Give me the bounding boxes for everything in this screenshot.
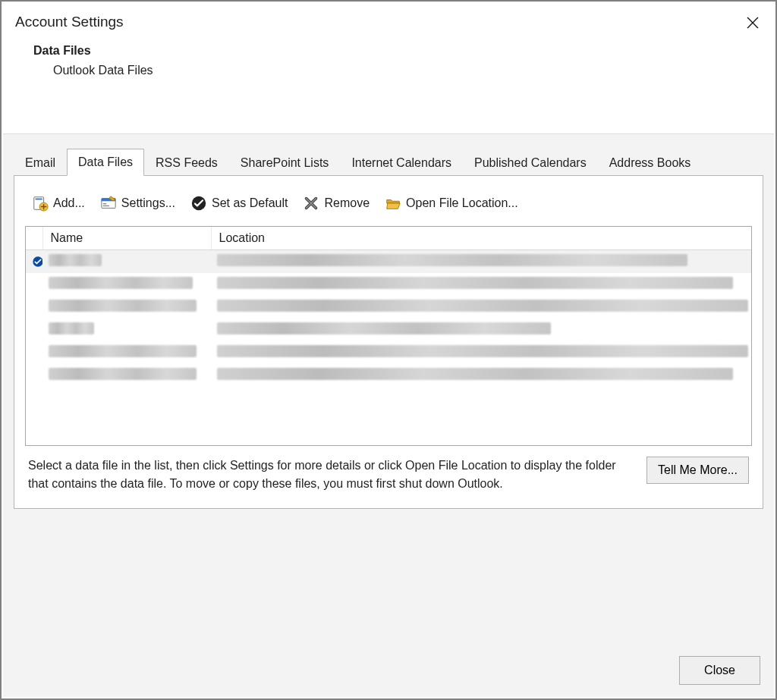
close-button[interactable]: Close (679, 656, 760, 685)
open-file-location-label: Open File Location... (406, 196, 518, 210)
svg-rect-5 (102, 203, 106, 204)
column-header-location[interactable]: Location (211, 227, 751, 250)
cell-location (211, 250, 751, 273)
settings-button[interactable]: Settings... (96, 193, 179, 214)
settings-label: Settings... (121, 196, 175, 210)
default-indicator-icon (26, 250, 42, 273)
dialog-title: Account Settings (15, 14, 762, 30)
open-file-location-button[interactable]: Open File Location... (381, 193, 522, 214)
tab-published-calendars[interactable]: Published Calendars (463, 149, 598, 176)
set-default-button[interactable]: Set as Default (187, 193, 292, 214)
tab-data-files[interactable]: Data Files (67, 149, 144, 176)
table-row[interactable] (26, 273, 751, 296)
section-title: Data Files (33, 44, 745, 58)
table-row[interactable] (26, 364, 751, 387)
add-button[interactable]: Add... (28, 193, 89, 214)
check-circle-icon (190, 195, 207, 212)
cell-location (211, 341, 751, 364)
tab-sharepoint-lists[interactable]: SharePoint Lists (229, 149, 341, 176)
tab-rss-feeds[interactable]: RSS Feeds (144, 149, 229, 176)
tab-address-books[interactable]: Address Books (598, 149, 703, 176)
cell-location (211, 296, 751, 319)
cell-name (42, 319, 211, 341)
remove-icon (303, 195, 319, 212)
section-subtitle: Outlook Data Files (53, 64, 745, 77)
column-header-name[interactable]: Name (42, 227, 211, 250)
cell-location (211, 364, 751, 387)
settings-icon (100, 195, 117, 212)
table-row[interactable] (26, 341, 751, 364)
cell-name (42, 250, 211, 273)
tab-email[interactable]: Email (14, 149, 67, 176)
data-files-table[interactable]: Name Location (25, 226, 752, 446)
add-file-icon (32, 195, 49, 212)
table-row[interactable] (26, 296, 751, 319)
toolbar: Add... Settings... Set as Default Remove (25, 190, 752, 226)
remove-label: Remove (324, 196, 370, 210)
table-row[interactable] (26, 250, 751, 273)
svg-rect-6 (102, 206, 109, 206)
tab-internet-calendars[interactable]: Internet Calendars (340, 149, 463, 176)
svg-point-8 (33, 256, 42, 266)
cell-name (42, 296, 211, 319)
add-label: Add... (53, 196, 85, 210)
cell-location (211, 273, 751, 296)
remove-button[interactable]: Remove (299, 193, 373, 214)
cell-name (42, 273, 211, 296)
tell-me-more-button[interactable]: Tell Me More... (646, 457, 749, 484)
set-default-label: Set as Default (212, 196, 288, 210)
svg-rect-1 (36, 199, 42, 200)
folder-open-icon (385, 195, 401, 212)
help-text: Select a data file in the list, then cli… (28, 457, 633, 493)
table-row[interactable] (26, 319, 751, 341)
cell-name (42, 364, 211, 387)
cell-name (42, 341, 211, 364)
tab-strip: Email Data Files RSS Feeds SharePoint Li… (14, 148, 763, 176)
close-icon[interactable] (742, 12, 763, 33)
cell-location (211, 319, 751, 341)
